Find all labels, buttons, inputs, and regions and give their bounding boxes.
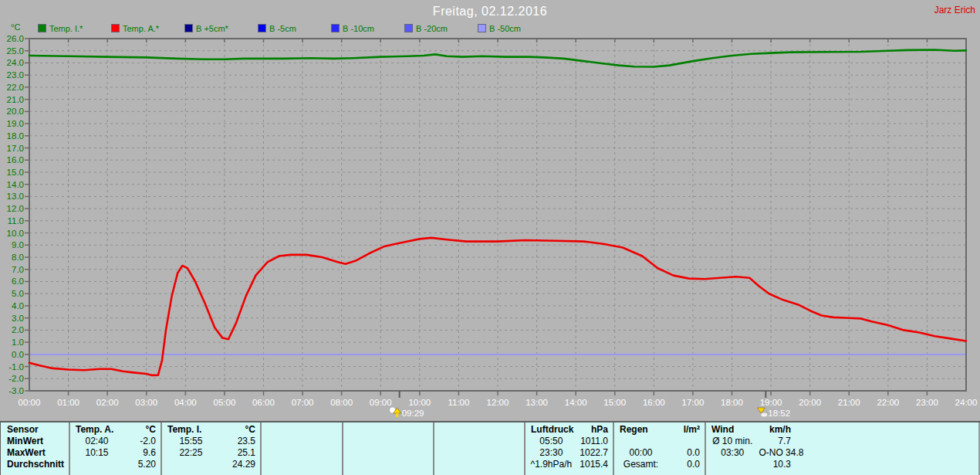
table-row (262, 459, 343, 470)
table-header-cell (343, 424, 394, 436)
table-column-row-labels: SensorMinWertMaxWertDurchschnitt (1, 422, 69, 475)
y-axis-tick-label: 25.0 (7, 46, 24, 56)
table-header-row: Windkm/h (706, 424, 797, 436)
table-header-row (343, 424, 434, 436)
table-header-cell: Regen (614, 424, 666, 436)
y-axis-tick-label: 19.0 (7, 119, 24, 128)
table-row: 5.20 (70, 459, 162, 470)
table-header-row: Regenl/m² (614, 424, 706, 436)
table-cell-time: 00:00 (614, 447, 667, 459)
table-cell-value (396, 459, 434, 470)
table-cell-time (262, 436, 309, 447)
table-row: 23:301022.7 (525, 447, 614, 459)
table-column-content: Windkm/hØ 10 min.7.703:30O-NO 34.810.3 (706, 424, 797, 470)
table-header-unit-cell: °C (218, 424, 262, 436)
table-cell-time: 23:30 (525, 447, 577, 459)
y-axis-tick-label: 11.0 (7, 216, 24, 226)
y-axis-tick-label: 8.0 (12, 253, 24, 262)
table-header-cell: Wind (706, 424, 757, 436)
table-row-label: MaxWert (1, 447, 46, 459)
table-cell-time: ^1.9hPa/h (525, 459, 577, 470)
x-axis-labels: 00:0001:0002:0003:0004:0005:0006:0007:00… (19, 398, 978, 407)
y-axis-tick-label: 22.0 (7, 83, 24, 92)
y-axis-tick-label: 7.0 (12, 265, 24, 274)
table-row: Durchschnitt (1, 459, 69, 470)
table-cell-time (706, 459, 759, 470)
table-cell-value: 24.29 (220, 459, 262, 470)
table-row (343, 436, 434, 447)
x-axis-tick-label: 03:00 (135, 398, 157, 407)
table-row: Ø 10 min.7.7 (706, 436, 797, 447)
table-row: MinWert (1, 436, 69, 447)
table-header-unit-cell (394, 424, 434, 436)
table-cell-value: 1022.7 (577, 447, 614, 459)
y-axis-tick-label: 18.0 (7, 131, 24, 141)
table-header-unit-cell: km/h (757, 424, 797, 436)
table-header-cell: Luftdruck (525, 424, 576, 436)
y-axis-tick-label: 13.0 (7, 192, 24, 201)
sunset-icon (757, 408, 767, 417)
table-cell-value: 7.7 (759, 436, 797, 447)
x-axis-tick-label: 23:00 (916, 398, 938, 407)
table-cell-time: 15:55 (162, 436, 220, 447)
table-column-content: SensorMinWertMaxWertDurchschnitt (1, 424, 69, 470)
table-cell-time (343, 447, 396, 459)
x-axis-tick-label: 17:00 (682, 398, 705, 407)
table-row: 22:2525.1 (162, 447, 262, 459)
table-column-empty-2 (342, 422, 433, 475)
table-header-unit-cell: °C (122, 424, 163, 436)
y-axis-tick-label: -2.0 (8, 374, 24, 383)
table-row (434, 436, 525, 447)
table-row: 02:40-2.0 (70, 436, 162, 447)
temperature-chart-canvas[interactable]: 26.025.024.023.022.021.020.019.018.017.0… (0, 0, 980, 421)
y-axis-tick-label: 2.0 (12, 325, 24, 334)
table-cell-value: 10.3 (759, 459, 797, 470)
x-axis-tick-label: 05:00 (214, 398, 236, 407)
table-cell-time: 22:25 (162, 447, 220, 459)
table-column-regen: Regenl/m²00:000.0Gesamt:0.0 (613, 422, 705, 475)
x-axis-tick-label: 02:00 (96, 398, 119, 407)
table-row (262, 436, 343, 447)
x-axis-tick-label: 15:00 (603, 398, 626, 407)
table-cell-value (487, 459, 525, 470)
x-axis-tick-label: 08:00 (330, 398, 353, 407)
y-axis-tick-label: 17.0 (7, 144, 24, 153)
table-column-empty-1 (260, 422, 342, 475)
table-row-label: Durchschnitt (1, 459, 64, 470)
x-axis-tick-label: 06:00 (252, 398, 275, 407)
table-row-label: MinWert (1, 436, 43, 447)
stats-table: SensorMinWertMaxWertDurchschnittTemp. A.… (0, 421, 980, 475)
table-row (434, 459, 525, 470)
x-axis-tick-label: 09:00 (370, 398, 392, 407)
table-column-content: LuftdruckhPa05:501011.023:301022.7^1.9hP… (525, 424, 614, 470)
arrow-stem-shape (396, 413, 398, 417)
table-header-row (262, 424, 343, 436)
y-axis-tick-label: 14.0 (7, 180, 24, 189)
y-axis-tick-label: 15.0 (7, 168, 24, 177)
table-cell-time: Gesamt: (614, 459, 667, 470)
table-cell-value (396, 436, 434, 447)
table-header-cell: Temp. I. (162, 424, 218, 436)
table-cell-value (309, 436, 343, 447)
table-column-temp-a: Temp. A.°C02:40-2.010:159.65.20 (69, 422, 161, 475)
y-axis-tick-label: 12.0 (7, 204, 24, 213)
table-column-empty-3 (433, 422, 524, 475)
sunrise-icon (390, 408, 400, 418)
x-axis-tick-label: 16:00 (643, 398, 665, 407)
x-axis-tick-label: 21:00 (838, 398, 860, 407)
table-header-cell: Temp. A. (70, 424, 122, 436)
table-cell-value (487, 436, 525, 447)
x-axis-tick-label: 24:00 (955, 398, 978, 407)
y-axis-tick-label: 21.0 (7, 95, 24, 104)
table-cell-value (667, 436, 706, 447)
y-axis-tick-label: 0.0 (12, 350, 24, 359)
table-cell-time (262, 447, 309, 459)
y-axis-tick-label: 5.0 (12, 289, 24, 298)
series-line-temp-i (29, 50, 966, 67)
x-axis-tick-label: 13:00 (525, 398, 548, 407)
table-row: ^1.9hPa/h1015.4 (525, 459, 614, 470)
y-axis-tick-label: 4.0 (12, 301, 24, 310)
table-cell-time (70, 459, 123, 470)
table-column-luftdruck: LuftdruckhPa05:501011.023:301022.7^1.9hP… (524, 422, 613, 475)
table-cell-value (309, 459, 343, 470)
